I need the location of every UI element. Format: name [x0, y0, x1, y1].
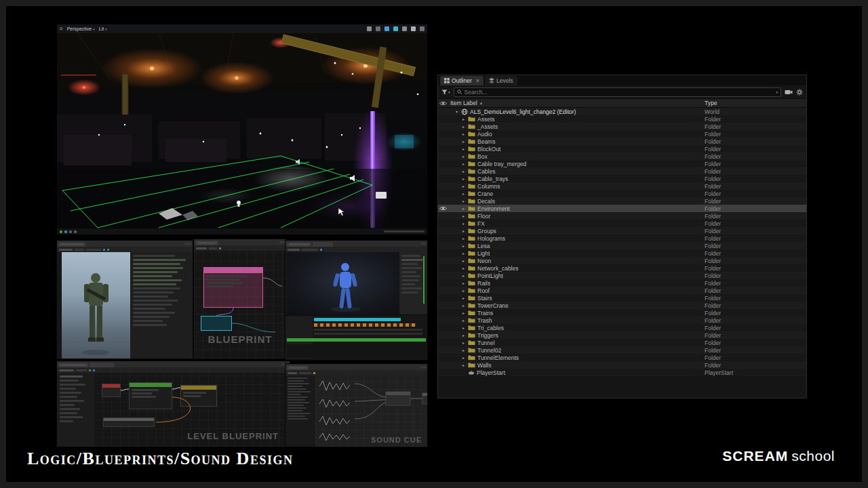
expander-arrow-icon[interactable]: ▸ [461, 206, 466, 211]
expander-arrow-icon[interactable]: ▸ [461, 184, 466, 188]
expander-arrow-icon[interactable]: ▸ [461, 296, 466, 300]
column-item-label[interactable]: Item Label ▲ [448, 100, 705, 106]
visibility-column-eye-icon[interactable] [438, 101, 448, 106]
expander-arrow-icon[interactable]: ▸ [461, 169, 466, 174]
expander-arrow-icon[interactable]: ▸ [461, 348, 466, 352]
expander-arrow-icon[interactable]: ▸ [461, 288, 466, 293]
outliner-row[interactable]: ▸Network_cablesFolder [438, 264, 806, 272]
outliner-row[interactable]: ▸AssetsFolder [438, 115, 806, 123]
viewport-tool-icon[interactable] [367, 26, 372, 31]
expander-arrow-icon[interactable]: ▸ [461, 161, 466, 166]
expander-arrow-icon[interactable]: ▸ [461, 355, 466, 360]
outliner-row[interactable]: ▸CablesFolder [438, 167, 806, 175]
viewport-menu-icon[interactable]: ≡ [60, 26, 63, 32]
search-field[interactable]: ▾ [454, 87, 781, 97]
expander-arrow-icon[interactable]: ▸ [461, 214, 466, 218]
outliner-row[interactable]: ▸Cable tray_mergedFolder [438, 160, 806, 167]
folder-icon [468, 250, 475, 256]
expander-arrow-icon[interactable]: ▸ [461, 333, 466, 338]
viewport-tool-icon[interactable] [376, 26, 380, 31]
expander-arrow-icon[interactable]: ▸ [461, 146, 466, 151]
expander-arrow-icon[interactable]: ▸ [461, 124, 466, 129]
outliner-row[interactable]: ▸TunnelElementsFolder [438, 354, 806, 361]
outliner-row[interactable]: ▸TrashFolder [438, 317, 806, 324]
search-input[interactable] [465, 88, 774, 96]
outliner-row[interactable]: ▸GroupsFolder [438, 227, 806, 235]
expander-arrow-icon[interactable]: ▸ [461, 273, 466, 278]
outliner-row[interactable]: ▸TowerCraneFolder [438, 302, 806, 309]
outliner-row[interactable]: ▸ColumnsFolder [438, 182, 806, 190]
outliner-row[interactable]: ▸CraneFolder [438, 190, 806, 197]
outliner-row[interactable]: ▸RailsFolder [438, 279, 806, 287]
expander-arrow-icon[interactable]: ▸ [461, 340, 466, 345]
outliner-row[interactable]: ▸AudioFolder [438, 130, 806, 138]
viewport-perspective-dropdown[interactable]: Perspective▾ [67, 26, 95, 31]
outliner-row[interactable]: ▸FloorFolder [438, 212, 806, 220]
outliner-row[interactable]: ▸_AssetsFolder [438, 123, 806, 130]
outliner-row[interactable]: ▸PointLightFolder [438, 272, 806, 279]
outliner-row[interactable]: ▸BlockOutFolder [438, 145, 806, 152]
expander-arrow-icon[interactable]: ▾ [454, 109, 459, 114]
close-tab-icon[interactable]: × [476, 78, 479, 84]
outliner-row[interactable]: ▸LesaFolder [438, 242, 806, 249]
row-type: Folder [705, 153, 806, 160]
viewport-viewmode-dropdown[interactable]: Lit▾ [99, 26, 107, 31]
expander-arrow-icon[interactable]: ▸ [461, 117, 466, 121]
expander-arrow-icon[interactable]: ▸ [461, 266, 466, 270]
viewport-tool-icon[interactable] [420, 26, 425, 31]
outliner-row[interactable]: ▸EnvironmentFolder [438, 205, 806, 212]
outliner-row[interactable]: ▸LightFolder [438, 249, 806, 257]
viewport-tool-icon[interactable] [411, 26, 416, 31]
outliner-row[interactable]: ▸StairsFolder [438, 294, 806, 302]
outliner-row[interactable]: ▸TriggersFolder [438, 331, 806, 339]
expander-arrow-icon[interactable]: ▸ [461, 258, 466, 263]
expander-arrow-icon[interactable]: ▸ [461, 199, 466, 203]
expander-arrow-icon[interactable]: ▸ [461, 236, 466, 241]
expander-arrow-icon[interactable]: ▸ [461, 281, 466, 285]
expander-arrow-icon[interactable]: ▸ [461, 251, 466, 256]
outliner-row[interactable]: ▸Tri_cablesFolder [438, 324, 806, 331]
expander-arrow-icon[interactable]: ▸ [461, 221, 466, 226]
folder-icon [468, 302, 475, 308]
expander-arrow-icon[interactable]: ▸ [461, 303, 466, 308]
tab-levels[interactable]: Levels [485, 76, 517, 85]
viewport-tool-icon[interactable] [402, 26, 407, 31]
expander-arrow-icon[interactable]: ▸ [461, 191, 466, 196]
row-visibility-eye-icon[interactable] [438, 206, 448, 211]
outliner-row[interactable]: ▸NeonFolder [438, 257, 806, 264]
expander-arrow-icon[interactable]: ▸ [461, 318, 466, 323]
expander-arrow-icon[interactable]: ▸ [461, 228, 466, 233]
expander-arrow-icon[interactable]: ▸ [461, 131, 466, 136]
expander-arrow-icon[interactable]: ▸ [461, 325, 466, 330]
outliner-row[interactable]: ▸BeamsFolder [438, 138, 806, 145]
expander-arrow-icon[interactable]: ▸ [461, 243, 466, 248]
outliner-row[interactable]: ▸WallsFolder [438, 361, 806, 369]
outliner-row[interactable]: ▸DecalsFolder [438, 197, 806, 205]
outliner-row[interactable]: ▸FXFolder [438, 220, 806, 227]
expander-arrow-icon[interactable]: ▸ [461, 154, 466, 159]
filter-button[interactable]: ▾ [441, 89, 450, 95]
viewport-tool-icon[interactable] [393, 26, 398, 31]
outliner-row[interactable]: PlayerStartPlayerStart [438, 369, 806, 376]
outliner-row[interactable]: ▸HologramsFolder [438, 235, 806, 242]
expander-arrow-icon[interactable]: ▸ [461, 363, 466, 367]
outliner-row[interactable]: ▸Tunnel02Folder [438, 346, 806, 354]
outliner-row[interactable]: ▸BoxFolder [438, 152, 806, 160]
outliner-row[interactable]: ▸TunnelFolder [438, 339, 806, 346]
row-label: Stairs [477, 295, 492, 302]
outliner-row[interactable]: ▸Cable_traysFolder [438, 175, 806, 182]
expander-arrow-icon[interactable]: ▸ [461, 139, 466, 144]
settings-gear-icon[interactable] [796, 89, 803, 96]
column-type[interactable]: Type [705, 100, 806, 106]
outliner-row[interactable]: ▸RoofFolder [438, 287, 806, 294]
camera-icon[interactable] [785, 89, 793, 95]
outliner-row[interactable]: ▾ALS_DemoLevel6_light_change2 (Editor)Wo… [438, 108, 806, 115]
expander-arrow-icon[interactable]: ▸ [461, 176, 466, 181]
viewport-tool-icon[interactable] [384, 26, 389, 31]
details-panel [130, 252, 193, 359]
search-dropdown-icon[interactable]: ▾ [776, 90, 778, 94]
outliner-row[interactable]: ▸TrainsFolder [438, 309, 806, 317]
tab-outliner[interactable]: Outliner × [440, 76, 484, 85]
row-type: Folder [705, 116, 806, 123]
expander-arrow-icon[interactable]: ▸ [461, 310, 466, 315]
